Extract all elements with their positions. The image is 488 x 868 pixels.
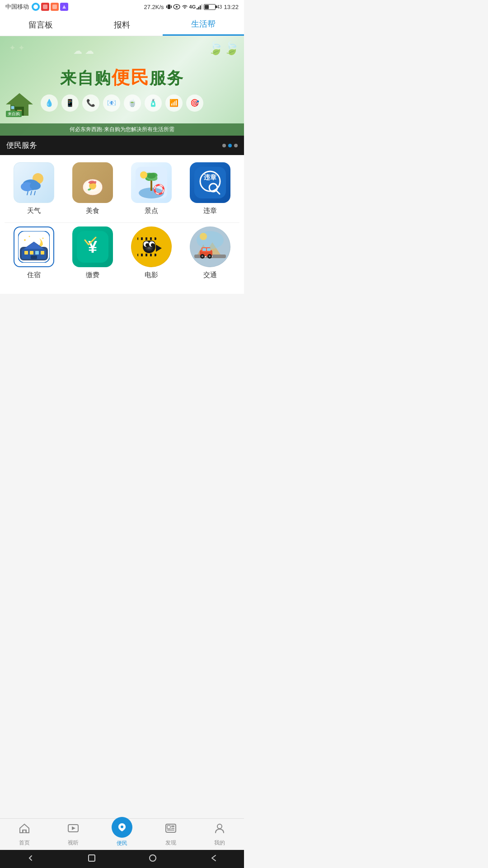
svg-point-8 — [176, 6, 178, 8]
dot-3 — [234, 144, 238, 147]
network-type: 4G — [189, 4, 196, 9]
top-navigation: 留言板 报料 生活帮 — [0, 14, 244, 36]
service-traffic[interactable]: 交通 — [188, 226, 233, 279]
tab-shenghuobang[interactable]: 生活帮 — [163, 14, 244, 36]
battery-level: 43 — [216, 4, 222, 9]
app-icon-4 — [60, 3, 68, 11]
scenic-icon — [131, 162, 172, 203]
vibrate-icon — [166, 4, 172, 10]
banner-service-icons: 💧 📱 📞 📧 🍵 🧴 📶 🎯 — [41, 94, 203, 112]
dot-2 — [228, 144, 232, 147]
svg-rect-56 — [31, 255, 37, 259]
svg-rect-13 — [202, 4, 203, 9]
dot-1 — [222, 144, 226, 147]
svg-rect-10 — [197, 8, 198, 9]
svg-point-67 — [151, 243, 155, 247]
app-icon-3 — [51, 3, 59, 11]
network-speed: 27.2K/s — [144, 4, 164, 10]
service-weather[interactable]: 天气 — [11, 162, 56, 215]
svg-rect-71 — [143, 237, 145, 240]
section-title: 便民服务 — [6, 140, 37, 151]
tab-baoliao[interactable]: 报料 — [81, 14, 163, 36]
signal-bars — [197, 4, 203, 9]
svg-rect-72 — [147, 237, 150, 240]
time: 13:22 — [224, 4, 239, 10]
movie-label: 电影 — [145, 271, 158, 279]
banner-svc-phone: 📱 — [61, 94, 79, 112]
banner-bottom-text: 何必东奔西跑·来自购为您解决所有生活所需 — [0, 123, 244, 136]
service-row-2: 住宿 ¥ 缴费 — [5, 226, 239, 287]
svg-rect-17 — [11, 106, 14, 109]
svg-rect-89 — [202, 248, 206, 251]
battery-container — [204, 4, 216, 10]
violation-icon: 违章 — [190, 162, 230, 203]
banner-svc-bottle: 🧴 — [145, 94, 162, 112]
svg-marker-3 — [62, 5, 66, 9]
service-movie[interactable]: 电影 — [129, 226, 174, 279]
svg-rect-52 — [24, 251, 28, 255]
banner-content: 来自购便民服务 💧 📱 📞 📧 🍵 🧴 📶 🎯 — [0, 36, 244, 136]
service-grid: 天气 美食 — [0, 155, 244, 294]
monitor-icon — [173, 4, 180, 10]
banner-svc-call: 📞 — [82, 94, 99, 112]
movie-icon — [131, 226, 172, 267]
service-violation[interactable]: 违章 违章 — [188, 162, 233, 215]
svg-rect-78 — [152, 254, 155, 256]
status-bar: 中国移动 27.2K/s — [0, 0, 244, 14]
food-icon — [72, 162, 113, 203]
svg-point-40 — [140, 171, 147, 179]
banner-svc-water: 💧 — [41, 94, 58, 112]
battery-tip — [216, 5, 217, 8]
hotel-label: 住宿 — [27, 271, 41, 279]
svg-rect-11 — [198, 7, 200, 9]
traffic-label: 交通 — [203, 271, 217, 279]
banner-title: 来自购便民服务 — [60, 69, 184, 87]
tab-liuyanban[interactable]: 留言板 — [0, 14, 81, 36]
svg-rect-73 — [152, 237, 155, 240]
svg-rect-6 — [171, 5, 172, 8]
svg-rect-76 — [143, 254, 145, 256]
svg-point-9 — [184, 8, 185, 9]
service-food[interactable]: 美食 — [70, 162, 115, 215]
battery-fill — [205, 5, 209, 9]
pay-label: 缴费 — [86, 271, 99, 279]
service-hotel[interactable]: 住宿 — [11, 226, 56, 279]
svg-point-94 — [209, 255, 211, 257]
svg-point-23 — [30, 182, 41, 190]
carrier-icons — [32, 3, 68, 11]
svg-point-83 — [200, 233, 207, 240]
dot-indicator — [222, 144, 238, 147]
svg-point-50 — [42, 238, 44, 239]
banner-svc-mail: 📧 — [103, 94, 120, 112]
svg-rect-54 — [35, 251, 39, 255]
svg-rect-12 — [200, 5, 201, 9]
svg-text:违章: 违章 — [204, 174, 216, 181]
traffic-icon — [190, 226, 230, 267]
svg-rect-90 — [207, 248, 211, 251]
service-scenic[interactable]: 景点 — [129, 162, 174, 215]
svg-rect-75 — [138, 254, 141, 256]
svg-rect-55 — [41, 251, 44, 255]
banner-house-logo: 来自购 — [4, 91, 35, 120]
svg-text:来自购: 来自购 — [8, 112, 20, 116]
banner-title-area: 来自购便民服务 — [60, 65, 184, 90]
banner-svc-more: 🎯 — [186, 94, 203, 112]
banner-svc-wifi: 📶 — [165, 94, 183, 112]
app-icon-2 — [41, 3, 49, 11]
svg-point-49 — [29, 236, 30, 237]
svg-rect-2 — [52, 5, 57, 9]
svg-point-37 — [147, 173, 156, 179]
svg-point-48 — [24, 239, 26, 241]
service-row-1: 天气 美食 — [5, 162, 239, 223]
banner[interactable]: 🍃🍃 ☁ ☁ ✦ ✦ 来自购便民服务 💧 📱 📞 📧 🍵 🧴 📶 🎯 — [0, 36, 244, 136]
signal-icons: 4G 43 — [166, 4, 222, 10]
section-header: 便民服务 — [0, 136, 244, 155]
service-pay[interactable]: ¥ 缴费 — [70, 226, 115, 279]
pay-icon: ¥ — [72, 226, 113, 267]
svg-rect-53 — [30, 251, 33, 255]
svg-rect-70 — [138, 237, 141, 240]
svg-point-82 — [197, 231, 224, 249]
food-label: 美食 — [86, 207, 99, 215]
svg-line-24 — [27, 191, 28, 195]
svg-rect-1 — [43, 5, 47, 9]
